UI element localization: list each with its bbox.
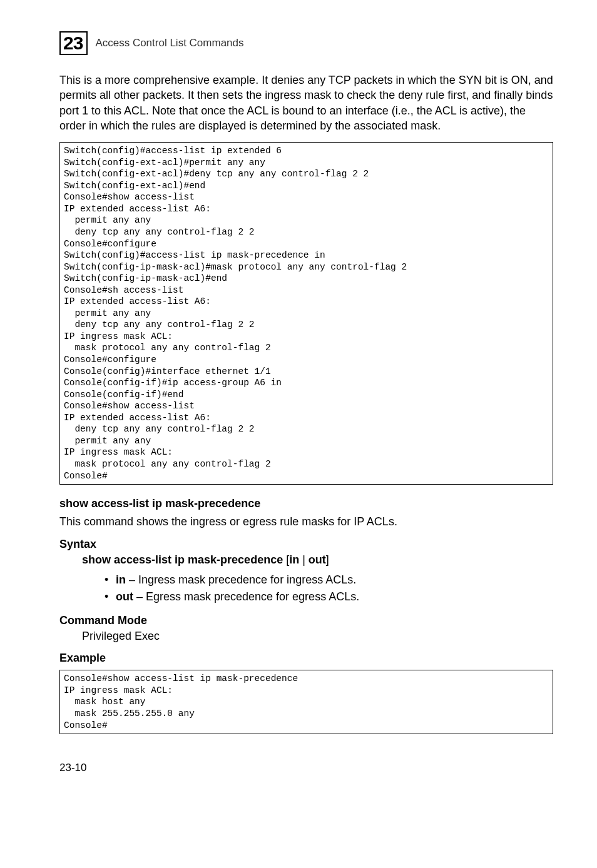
- option-text: – Egress mask precedence for egress ACLs…: [133, 590, 359, 603]
- chapter-number: 23: [63, 33, 83, 53]
- option-keyword: in: [116, 573, 126, 586]
- header-title: Access Control List Commands: [95, 37, 243, 49]
- syntax-command: show access-list ip mask-precedence: [82, 553, 283, 566]
- list-item: out – Egress mask precedence for egress …: [105, 588, 553, 605]
- syntax-bracket-close: ]: [326, 553, 329, 566]
- options-list: in – Ingress mask precedence for ingress…: [105, 572, 553, 605]
- example-heading: Example: [59, 652, 553, 665]
- chapter-number-box: 23: [59, 31, 88, 55]
- command-mode-value: Privileged Exec: [82, 630, 553, 643]
- command-heading: show access-list ip mask-precedence: [59, 497, 553, 510]
- list-item: in – Ingress mask precedence for ingress…: [105, 572, 553, 588]
- syntax-heading: Syntax: [59, 538, 553, 551]
- syntax-opt-in: in: [289, 553, 299, 566]
- command-description: This command shows the ingress or egress…: [59, 514, 553, 529]
- page-header: 23 Access Control List Commands: [59, 31, 553, 55]
- page-container: 23 Access Control List Commands This is …: [0, 0, 597, 799]
- option-text: – Ingress mask precedence for ingress AC…: [126, 573, 356, 586]
- syntax-line: show access-list ip mask-precedence [in …: [82, 553, 553, 567]
- option-keyword: out: [116, 590, 133, 603]
- syntax-opt-sep: |: [299, 553, 309, 566]
- command-mode-heading: Command Mode: [59, 614, 553, 627]
- syntax-bracket-open: [: [283, 553, 289, 566]
- code-block-2: Console#show access-list ip mask-precede…: [59, 670, 553, 734]
- intro-paragraph: This is a more comprehensive example. It…: [59, 73, 553, 133]
- page-number: 23-10: [59, 762, 553, 774]
- syntax-opt-out: out: [309, 553, 326, 566]
- code-block-1: Switch(config)#access-list ip extended 6…: [59, 142, 553, 485]
